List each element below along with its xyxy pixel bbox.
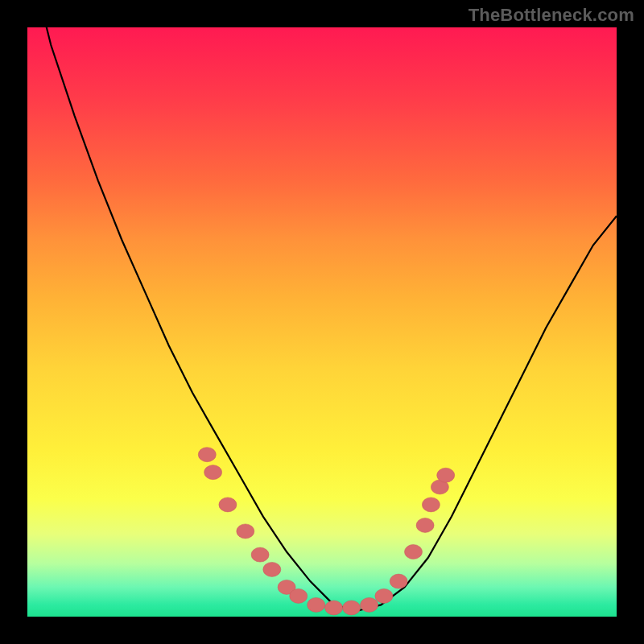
- data-point: [325, 601, 343, 615]
- plot-area: [27, 27, 617, 617]
- chart-svg: [27, 27, 617, 617]
- data-point: [290, 588, 308, 603]
- data-point: [237, 524, 254, 539]
- bottleneck-curve: [27, 0, 617, 611]
- data-point: [343, 601, 361, 615]
- data-point: [219, 497, 237, 512]
- data-point: [422, 497, 440, 512]
- data-point: [198, 448, 216, 462]
- data-point: [308, 597, 325, 612]
- data-point: [361, 597, 378, 612]
- data-point: [251, 547, 269, 562]
- data-points-group: [198, 448, 454, 615]
- outer-frame: TheBottleneck.com: [0, 0, 644, 644]
- data-point: [416, 518, 434, 533]
- data-point: [390, 574, 407, 588]
- data-point: [204, 465, 222, 480]
- watermark-text: TheBottleneck.com: [469, 5, 634, 26]
- data-point: [375, 588, 393, 603]
- data-point: [405, 545, 423, 559]
- data-point: [437, 468, 455, 482]
- data-point: [263, 562, 281, 576]
